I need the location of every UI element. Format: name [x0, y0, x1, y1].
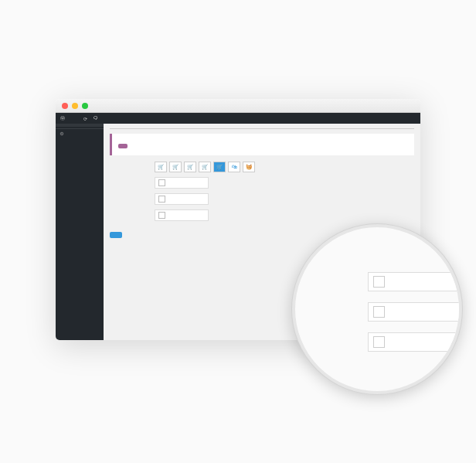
- mag-input-color-count[interactable]: [368, 302, 462, 322]
- setup-zones-button[interactable]: [118, 144, 128, 148]
- shipping-notice: [110, 134, 414, 155]
- cart-icon-option-selected[interactable]: 🛒: [213, 162, 226, 172]
- input-color-icons[interactable]: [155, 177, 209, 189]
- collapse-icon: [60, 131, 64, 136]
- sidebar-submenu: [56, 124, 104, 127]
- settings-tabs: [110, 128, 414, 129]
- cart-icon-option[interactable]: 🛒: [184, 162, 196, 172]
- mag-input-color-count-text[interactable]: [368, 332, 462, 352]
- row-color-icons: [110, 177, 414, 189]
- close-dot[interactable]: [62, 103, 68, 109]
- adminbar-updates[interactable]: ⟳: [83, 116, 87, 121]
- mag-swatch-color-count[interactable]: [373, 306, 385, 318]
- hero-header: [0, 0, 476, 36]
- wp-logo-icon[interactable]: ⓦ: [60, 115, 65, 122]
- mag-row-color-icons: [292, 272, 462, 291]
- input-color-count-text[interactable]: [155, 209, 209, 221]
- cart-icon-option[interactable]: 🧺: [243, 162, 255, 172]
- adminbar-comments[interactable]: 🗨: [94, 116, 98, 121]
- cart-icon-option[interactable]: 🛒: [169, 162, 182, 172]
- swatch-color-icons[interactable]: [158, 179, 165, 186]
- wp-admin-bar[interactable]: ⓦ ⟳ 🗨: [56, 113, 420, 124]
- cart-icon-options: 🛒 🛒 🛒 🛒 🛒 🛍 🧺: [155, 162, 255, 172]
- row-color-count: [110, 193, 414, 205]
- row-cart-icons: 🛒 🛒 🛒 🛒 🛒 🛍 🧺: [110, 162, 414, 172]
- admin-sidebar: [56, 124, 104, 340]
- cart-icon-option[interactable]: 🛒: [199, 162, 211, 172]
- minimize-dot[interactable]: [72, 103, 78, 109]
- swatch-color-count-text[interactable]: [158, 212, 165, 219]
- save-button[interactable]: [110, 232, 122, 238]
- mag-swatch-color-count-text[interactable]: [373, 336, 385, 348]
- swatch-color-count[interactable]: [158, 196, 165, 203]
- collapse-menu[interactable]: [56, 128, 104, 138]
- zoom-dot[interactable]: [82, 103, 88, 109]
- mag-input-color-icons[interactable]: [368, 272, 462, 291]
- row-color-count-text: [110, 209, 414, 221]
- svg-point-0: [60, 132, 63, 135]
- window-titlebar: [56, 99, 420, 113]
- mag-row-color-count-text: [292, 332, 462, 352]
- mag-row-color-count: [292, 302, 462, 322]
- magnifier-lens: [292, 224, 462, 394]
- input-color-count[interactable]: [155, 193, 209, 205]
- cart-icon-option[interactable]: 🛒: [155, 162, 167, 172]
- mag-swatch-color-icons[interactable]: [373, 276, 385, 288]
- cart-icon-option[interactable]: 🛍: [228, 162, 240, 172]
